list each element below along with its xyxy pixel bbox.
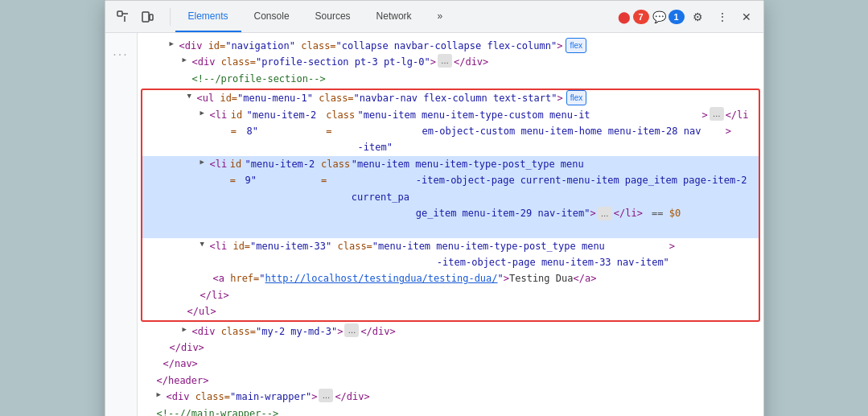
code-line-selected: ▶ <li id="menu-item-29" class="menu-item… bbox=[142, 156, 759, 238]
expand-arrow[interactable]: ▼ bbox=[200, 238, 210, 250]
tab-console[interactable]: Console bbox=[241, 1, 302, 32]
code-line: ▶ <div class="profile-section pt-3 pt-lg… bbox=[138, 54, 763, 70]
code-line: ▶ <li id="menu-item-28" class="menu-item… bbox=[142, 107, 759, 156]
expand-arrow[interactable]: ▶ bbox=[157, 389, 167, 401]
close-button[interactable]: ✕ bbox=[736, 6, 757, 27]
dots-badge: … bbox=[438, 54, 452, 68]
expand-arrow[interactable]: ▶ bbox=[200, 107, 210, 119]
toolbar-right: ⬤ 7 💬 1 ⚙ ⋮ ✕ bbox=[618, 6, 757, 27]
tab-bar: Elements Console Sources Network » bbox=[175, 1, 616, 32]
more-options-button[interactable]: ⋮ bbox=[712, 6, 733, 27]
device-toolbar-button[interactable] bbox=[136, 6, 158, 28]
dots-badge: … bbox=[344, 323, 359, 337]
code-line: </ul> bbox=[142, 303, 759, 319]
gutter-dots: ··· bbox=[113, 47, 128, 62]
code-line: ▶ <div class="main-wrapper">…</div> bbox=[138, 389, 763, 405]
svg-rect-4 bbox=[150, 14, 153, 20]
code-line: ▶ <div class="my-2 my-md-3">…</div> bbox=[138, 323, 763, 340]
devtools-body: ··· ▶ <div id="navigation" class="collap… bbox=[105, 33, 763, 416]
code-line: </div> bbox=[138, 340, 763, 356]
dots-badge: … bbox=[319, 389, 333, 402]
dots-badge: … bbox=[710, 107, 724, 121]
svg-rect-3 bbox=[142, 12, 149, 22]
gutter: ··· bbox=[105, 33, 138, 416]
svg-rect-0 bbox=[117, 11, 122, 16]
code-line: ▼ <li id="menu-item-33" class="menu-item… bbox=[142, 238, 759, 271]
devtools-toolbar: Elements Console Sources Network » ⬤ 7 💬… bbox=[105, 1, 763, 33]
tab-sources[interactable]: Sources bbox=[302, 1, 364, 32]
flex-badge: flex bbox=[566, 90, 587, 105]
toolbar-divider bbox=[170, 8, 171, 26]
message-icon: 💬 bbox=[652, 10, 666, 23]
tab-elements[interactable]: Elements bbox=[175, 1, 241, 32]
code-line: </header> bbox=[138, 373, 763, 389]
message-badge-group: 💬 1 bbox=[652, 10, 685, 24]
error-badge-group: ⬤ 7 bbox=[618, 10, 649, 24]
code-line: ▼ <ul id="menu-menu-1" class="navbar-nav… bbox=[142, 90, 759, 106]
code-line: <!--//main-wrapper--> bbox=[138, 406, 763, 416]
code-line: </li> bbox=[142, 287, 759, 303]
inspect-element-button[interactable] bbox=[112, 6, 134, 28]
expand-arrow[interactable]: ▼ bbox=[187, 90, 197, 102]
toolbar-icon-group bbox=[112, 6, 158, 28]
code-line: </nav> bbox=[138, 356, 763, 372]
flex-badge: flex bbox=[566, 38, 586, 53]
tab-network[interactable]: Network bbox=[364, 1, 425, 32]
expand-arrow[interactable]: ▶ bbox=[183, 323, 192, 336]
code-line: ▶ <div id="navigation" class="collapse n… bbox=[138, 38, 763, 54]
error-icon: ⬤ bbox=[618, 10, 631, 23]
devtools-window: Elements Console Sources Network » ⬤ 7 💬… bbox=[105, 0, 764, 416]
expand-arrow[interactable]: ▶ bbox=[170, 38, 179, 50]
error-count-badge: 7 bbox=[633, 10, 649, 24]
code-line: <!--/profile-section--> bbox=[138, 71, 763, 87]
expand-arrow[interactable]: ▶ bbox=[183, 54, 192, 66]
message-count-badge: 1 bbox=[668, 10, 685, 24]
dots-badge: … bbox=[598, 207, 612, 220]
tab-more[interactable]: » bbox=[425, 1, 456, 32]
selected-element-box: ▼ <ul id="menu-menu-1" class="navbar-nav… bbox=[141, 89, 760, 321]
expand-arrow[interactable]: ▶ bbox=[200, 156, 210, 168]
link-url[interactable]: http://localhost/testingdua/testing-dua/ bbox=[265, 270, 498, 286]
code-line: <a href="http://localhost/testingdua/tes… bbox=[142, 270, 759, 286]
code-panel[interactable]: ▶ <div id="navigation" class="collapse n… bbox=[138, 33, 763, 416]
settings-button[interactable]: ⚙ bbox=[688, 6, 709, 27]
